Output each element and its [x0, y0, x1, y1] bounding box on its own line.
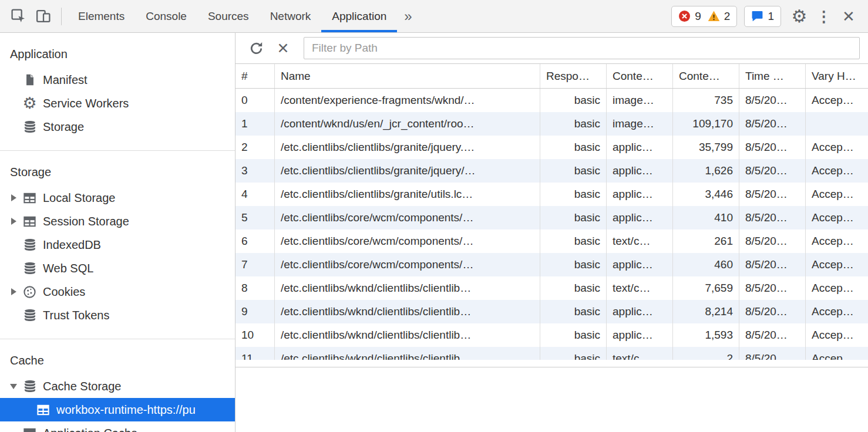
cell-content-length: 735: [673, 89, 739, 112]
table-row[interactable]: 4/etc.clientlibs/clientlibs/granite/util…: [235, 183, 868, 206]
table-row[interactable]: 9/etc.clientlibs/wknd/clientlibs/clientl…: [235, 300, 868, 323]
tab-elements[interactable]: Elements: [68, 0, 135, 32]
table-row[interactable]: 3/etc.clientlibs/clientlibs/granite/jque…: [235, 159, 868, 183]
sidebar-item-label: Cookies: [43, 285, 85, 299]
section-title: Application: [0, 43, 235, 65]
issues-badge[interactable]: 1: [744, 6, 781, 27]
warning-count: 2: [724, 10, 731, 23]
sidebar-item-application-cache[interactable]: Application Cache: [0, 421, 235, 432]
tab-application[interactable]: Application: [321, 0, 397, 32]
cell-name: /etc.clientlibs/core/wcm/components/…: [275, 206, 540, 230]
console-errors-warnings-badge[interactable]: 9 2: [671, 6, 737, 27]
close-devtools-button[interactable]: ✕: [836, 4, 861, 29]
table-row[interactable]: 7/etc.clientlibs/core/wcm/components/…ba…: [235, 253, 868, 276]
error-icon: [678, 10, 691, 22]
sidebar-item-local-storage[interactable]: Local Storage: [0, 186, 235, 210]
column-header-3[interactable]: Conte…: [607, 64, 673, 88]
table-row[interactable]: 1/content/wknd/us/en/_jcr_content/roo…ba…: [235, 112, 868, 136]
cell-content-length: 261: [673, 230, 739, 253]
sidebar-item-web-sql[interactable]: Web SQL: [0, 256, 235, 280]
column-header-6[interactable]: Vary H…: [806, 64, 868, 88]
tab-sources[interactable]: Sources: [197, 0, 260, 32]
column-header-1[interactable]: Name: [275, 64, 540, 88]
expander-triangle[interactable]: [6, 218, 21, 225]
cell-content-length: 1,593: [673, 323, 739, 347]
sidebar-item-label: Web SQL: [43, 262, 93, 275]
cell-time: 8/5/20…: [739, 276, 806, 300]
cell-response-type: basic: [540, 347, 607, 360]
cell-name: /content/experience-fragments/wknd/…: [275, 89, 540, 112]
cell-content-type: image…: [607, 89, 673, 112]
tab-network[interactable]: Network: [260, 0, 322, 32]
tab-label: Elements: [78, 10, 125, 23]
cell-content-type: applic…: [607, 323, 673, 347]
sidebar-item-label: Application Cache: [43, 427, 137, 432]
sidebar-item-indexeddb[interactable]: IndexedDB: [0, 233, 235, 256]
cell-name: /etc.clientlibs/core/wcm/components/…: [275, 230, 540, 253]
database-icon: [22, 379, 37, 394]
cell-vary: Accep…: [806, 323, 868, 347]
gear-icon: ⚙: [792, 8, 808, 25]
settings-button[interactable]: ⚙: [787, 4, 812, 29]
cell-response-type: basic: [540, 136, 607, 159]
inspect-element-button[interactable]: [6, 4, 31, 29]
tab-strip: ElementsConsoleSourcesNetworkApplication: [68, 0, 397, 32]
expander-triangle[interactable]: [6, 288, 21, 295]
cell-index: 11: [235, 347, 275, 360]
table-row[interactable]: 2/etc.clientlibs/clientlibs/granite/jque…: [235, 136, 868, 159]
cell-vary: Accep…: [806, 183, 868, 206]
cell-time: 8/5/20…: [739, 159, 806, 183]
more-options-button[interactable]: ⋮: [812, 4, 836, 29]
cache-storage-panel: ✕ #NameRespo…Conte…Conte…Time …Vary H… 0…: [235, 33, 868, 432]
sidebar-item-service-workers[interactable]: ⚙ Service Workers: [0, 92, 235, 115]
cell-vary: Accep…: [806, 136, 868, 159]
table-row[interactable]: 0/content/experience-fragments/wknd/…bas…: [235, 89, 868, 112]
sidebar-item-session-storage[interactable]: Session Storage: [0, 210, 235, 233]
cell-index: 1: [235, 112, 275, 136]
refresh-button[interactable]: [244, 35, 268, 61]
expander-triangle[interactable]: [6, 194, 21, 201]
section-title: Storage: [0, 161, 235, 183]
devtools-window: ElementsConsoleSourcesNetworkApplication…: [0, 0, 868, 432]
table-row[interactable]: 8/etc.clientlibs/wknd/clientlibs/clientl…: [235, 276, 868, 300]
sidebar-section-application: Application Manifest ⚙ Service Workers S…: [0, 33, 235, 151]
tab-console[interactable]: Console: [135, 0, 197, 32]
sidebar-item-storage[interactable]: Storage: [0, 115, 235, 139]
cell-vary: Accep…: [806, 300, 868, 323]
expander-triangle[interactable]: [6, 384, 21, 389]
cell-response-type: basic: [540, 89, 607, 112]
sidebar-item-cookies[interactable]: Cookies: [0, 280, 235, 303]
cell-content-length: 35,799: [673, 136, 739, 159]
table-row[interactable]: 6/etc.clientlibs/core/wcm/components/…ba…: [235, 230, 868, 253]
application-sidebar: Application Manifest ⚙ Service Workers S…: [0, 33, 235, 432]
column-header-2[interactable]: Respo…: [540, 64, 607, 88]
sidebar-item-trust-tokens[interactable]: Trust Tokens: [0, 303, 235, 327]
filter-by-path-input[interactable]: [304, 37, 860, 59]
cell-time: 8/5/20…: [739, 136, 806, 159]
column-header-4[interactable]: Conte…: [673, 64, 739, 88]
cell-response-type: basic: [540, 230, 607, 253]
delete-selected-button[interactable]: ✕: [271, 35, 295, 61]
cell-time: 8/5/20…: [739, 206, 806, 230]
sidebar-item-manifest[interactable]: Manifest: [0, 68, 235, 92]
tab-label: Sources: [208, 10, 249, 23]
cell-time: 8/5/20…: [739, 347, 806, 360]
table-row[interactable]: 10/etc.clientlibs/wknd/clientlibs/client…: [235, 323, 868, 347]
device-toolbar-button[interactable]: [31, 4, 55, 29]
sidebar-item-label: Trust Tokens: [43, 309, 109, 322]
cell-name: /etc.clientlibs/wknd/clientlibs/clientli…: [275, 276, 540, 300]
cell-index: 8: [235, 276, 275, 300]
cell-response-type: basic: [540, 253, 607, 276]
table-row[interactable]: 11/etc.clientlibs/wknd/clientlibs/client…: [235, 347, 868, 360]
cell-vary: Accep…: [806, 253, 868, 276]
cell-name: /etc.clientlibs/wknd/clientlibs/clientli…: [275, 323, 540, 347]
table-row[interactable]: 5/etc.clientlibs/core/wcm/components/…ba…: [235, 206, 868, 230]
column-header-0[interactable]: #: [235, 64, 275, 88]
sidebar-item-cache-storage[interactable]: Cache Storage: [0, 374, 235, 398]
sidebar-item-workbox-runtime-https-pu[interactable]: workbox-runtime-https://pu: [0, 398, 235, 421]
more-tabs-button[interactable]: »: [404, 8, 412, 25]
column-header-5[interactable]: Time …: [739, 64, 806, 88]
cell-vary: Accep…: [806, 159, 868, 183]
cell-vary: Accep…: [806, 230, 868, 253]
cell-content-type: text/c…: [607, 276, 673, 300]
